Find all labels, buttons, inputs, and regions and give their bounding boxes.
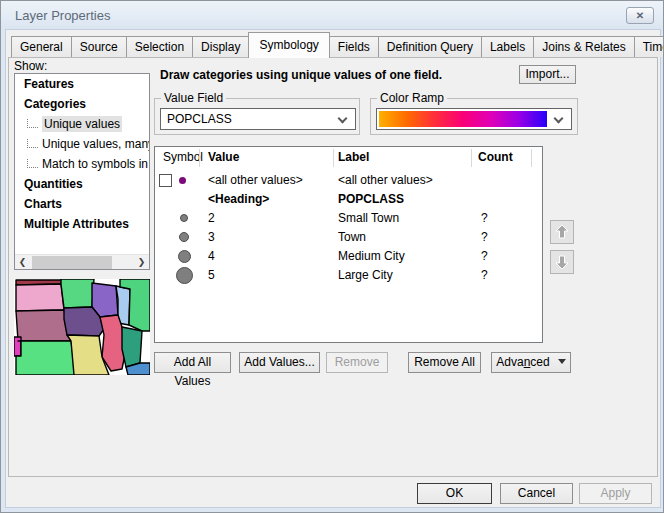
graduated-symbol[interactable]	[180, 214, 188, 222]
table-row[interactable]: <Heading> POPCLASS	[155, 190, 542, 209]
map-preview	[14, 279, 150, 375]
table-row[interactable]: 5 Large City ?	[155, 266, 542, 285]
method-description: Draw categories using unique values of o…	[160, 68, 442, 82]
tab-strip: General Source Selection Display Symbolo…	[11, 32, 664, 57]
dialog-content: General Source Selection Display Symbolo…	[5, 29, 661, 508]
tree-branch-icon	[27, 119, 38, 128]
tree-branch-icon	[27, 159, 38, 168]
show-label: Show:	[14, 59, 47, 73]
cancel-button[interactable]: Cancel	[500, 483, 573, 504]
column-value: Value	[208, 150, 239, 164]
add-all-values-button[interactable]: Add All Values	[154, 352, 231, 373]
tab-fields[interactable]: Fields	[329, 36, 379, 57]
column-divider	[333, 149, 334, 167]
graduated-symbol[interactable]	[176, 267, 193, 284]
all-other-values-symbol[interactable]	[179, 177, 186, 184]
chevron-down-icon[interactable]	[338, 114, 348, 124]
value-field-group: Value Field POPCLASS	[154, 98, 360, 135]
column-divider	[471, 149, 472, 167]
scroll-left-icon[interactable]: ❮	[15, 255, 30, 270]
scrollbar-thumb[interactable]	[32, 256, 112, 269]
table-header: Symbol Value Label Count	[155, 147, 542, 169]
layer-properties-dialog: Layer Properties ✕ General Source Select…	[0, 0, 664, 513]
move-up-button[interactable]	[550, 220, 574, 244]
tree-item-multiple-attributes[interactable]: Multiple Attributes	[15, 214, 149, 234]
tree-item-unique-values-many[interactable]: Unique values, many	[15, 134, 149, 154]
remove-all-button[interactable]: Remove All	[408, 352, 481, 373]
symbology-method-tree: Features Categories Unique values Unique…	[14, 73, 150, 270]
arrow-down-icon	[554, 254, 570, 270]
value-field-label: Value Field	[161, 91, 226, 105]
window-title: Layer Properties	[15, 8, 110, 23]
graduated-symbol[interactable]	[178, 250, 191, 263]
chevron-down-icon[interactable]	[554, 114, 564, 124]
color-ramp-dropdown[interactable]	[376, 108, 572, 130]
scroll-right-icon[interactable]: ❯	[134, 255, 149, 270]
tab-selection[interactable]: Selection	[126, 36, 193, 57]
column-divider	[531, 149, 532, 167]
tab-joins-relates[interactable]: Joins & Relates	[533, 36, 634, 57]
graduated-symbol[interactable]	[179, 232, 189, 242]
color-ramp-group: Color Ramp	[370, 98, 578, 135]
remove-button[interactable]: Remove	[326, 352, 388, 373]
tab-symbology[interactable]: Symbology	[248, 32, 329, 58]
tab-general[interactable]: General	[11, 36, 72, 57]
tab-definition-query[interactable]: Definition Query	[378, 36, 482, 57]
advanced-button[interactable]: Advanced	[491, 352, 571, 373]
unique-values-table: Symbol Value Label Count <all other valu…	[154, 146, 543, 343]
tree-item-features[interactable]: Features	[15, 74, 149, 94]
tab-display[interactable]: Display	[192, 36, 249, 57]
all-other-values-checkbox[interactable]	[159, 174, 172, 187]
tree-item-unique-values[interactable]: Unique values	[15, 114, 149, 134]
title-bar[interactable]: Layer Properties ✕	[1, 1, 663, 29]
tree-item-charts[interactable]: Charts	[15, 194, 149, 214]
value-field-selected: POPCLASS	[167, 112, 232, 126]
color-ramp-swatch	[379, 111, 547, 127]
column-symbol: Symbol	[163, 150, 203, 164]
tab-source[interactable]: Source	[71, 36, 127, 57]
tab-labels[interactable]: Labels	[481, 36, 534, 57]
tree-branch-icon	[27, 139, 38, 148]
move-down-button[interactable]	[550, 250, 574, 274]
table-row[interactable]: <all other values> <all other values>	[155, 171, 542, 190]
tab-time[interactable]: Time	[634, 36, 664, 57]
column-label: Label	[338, 150, 369, 164]
apply-button[interactable]: Apply	[579, 483, 652, 504]
column-divider	[199, 149, 200, 167]
arrow-up-icon	[554, 224, 570, 240]
color-ramp-label: Color Ramp	[377, 91, 447, 105]
tree-item-quantities[interactable]: Quantities	[15, 174, 149, 194]
table-row[interactable]: 4 Medium City ?	[155, 247, 542, 266]
tree-item-match-to-symbols[interactable]: Match to symbols in a	[15, 154, 149, 174]
column-count: Count	[478, 150, 513, 164]
table-row[interactable]: 2 Small Town ?	[155, 209, 542, 228]
close-icon[interactable]: ✕	[626, 7, 654, 24]
add-values-button[interactable]: Add Values...	[239, 352, 320, 373]
tree-item-categories[interactable]: Categories	[15, 94, 149, 114]
import-button[interactable]: Import...	[519, 65, 576, 84]
ok-button[interactable]: OK	[417, 483, 492, 504]
tree-horizontal-scrollbar[interactable]: ❮ ❯	[15, 254, 149, 269]
map-preview-image	[14, 279, 150, 375]
dropdown-arrow-icon	[558, 359, 566, 364]
value-field-dropdown[interactable]: POPCLASS	[160, 108, 356, 130]
table-row[interactable]: 3 Town ?	[155, 228, 542, 247]
